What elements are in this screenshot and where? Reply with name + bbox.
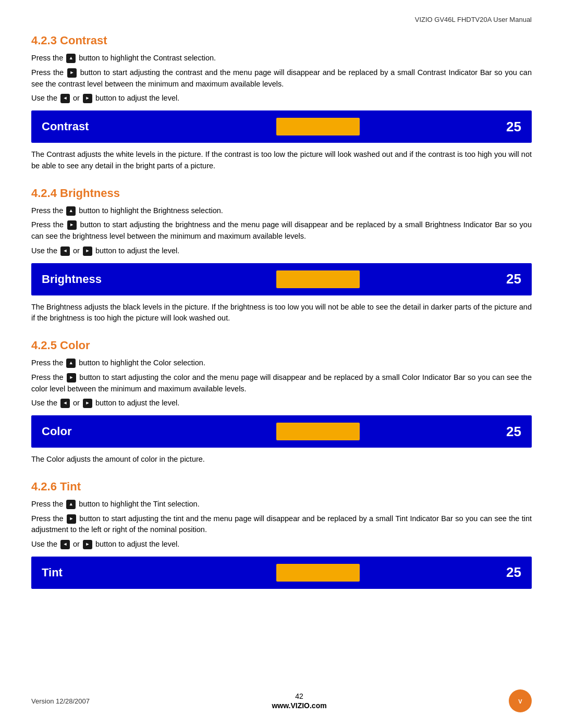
up-arrow-icon-b: [66, 206, 76, 216]
section-contrast: 4.2.3 Contrast Press the button to highl…: [31, 34, 532, 172]
section-color: 4.2.5 Color Press the button to highligh…: [31, 339, 532, 465]
color-description: The Color adjusts the amount of color in…: [31, 454, 532, 465]
section-contrast-title: 4.2.3 Contrast: [31, 34, 532, 47]
page-header: VIZIO GV46L FHDTV20A User Manual: [31, 16, 532, 23]
tint-para3: Use the or button to adjust the level.: [31, 539, 532, 550]
section-brightness: 4.2.4 Brightness Press the button to hig…: [31, 187, 532, 325]
brightness-bar-track: [146, 270, 490, 288]
page-footer: Version 12/28/2007 42 www.VIZIO.com V: [0, 689, 563, 712]
color-bar-value: 25: [490, 424, 521, 440]
contrast-bar-fill: [276, 118, 360, 135]
up-arrow-icon-t: [66, 500, 76, 509]
up-arrow-icon-c: [66, 359, 76, 368]
contrast-bar-track: [146, 118, 490, 135]
tint-indicator-bar: Tint 25: [31, 557, 532, 589]
right-arrow-icon-c: [67, 373, 76, 382]
brightness-para2: Press the button to start adjusting the …: [31, 219, 532, 242]
section-tint-title: 4.2.6 Tint: [31, 480, 532, 493]
vizio-logo: V: [509, 689, 532, 712]
footer-page-number: 42: [272, 692, 326, 700]
contrast-bar-label: Contrast: [42, 120, 146, 133]
color-para1: Press the button to highlight the Color …: [31, 357, 532, 369]
color-indicator-bar: Color 25: [31, 415, 532, 448]
tint-bar-track: [146, 564, 490, 582]
brightness-para1: Press the button to highlight the Bright…: [31, 205, 532, 217]
brightness-bar-fill: [276, 270, 360, 288]
brightness-bar-label: Brightness: [42, 273, 146, 286]
section-color-title: 4.2.5 Color: [31, 339, 532, 352]
right-arrow-icon-c2: [83, 399, 92, 408]
section-brightness-title: 4.2.4 Brightness: [31, 187, 532, 200]
contrast-para1: Press the button to highlight the Contra…: [31, 53, 532, 64]
footer-website: www.VIZIO.com: [272, 701, 326, 710]
color-bar-label: Color: [42, 425, 146, 438]
contrast-para2: Press the button to start adjusting the …: [31, 67, 532, 90]
left-arrow-icon-t: [60, 540, 70, 549]
brightness-indicator-bar: Brightness 25: [31, 263, 532, 295]
contrast-indicator-bar: Contrast 25: [31, 110, 532, 143]
left-arrow-icon-c: [60, 399, 70, 408]
brightness-bar-value: 25: [490, 271, 521, 287]
contrast-para3: Use the or button to adjust the level.: [31, 93, 532, 104]
section-tint: 4.2.6 Tint Press the button to highlight…: [31, 480, 532, 589]
up-arrow-icon: [66, 54, 76, 63]
svg-text:V: V: [518, 698, 522, 705]
contrast-description: The Contrast adjusts the white levels in…: [31, 149, 532, 172]
brightness-description: The Brightness adjusts the black levels …: [31, 302, 532, 325]
right-arrow-icon-b2: [83, 246, 92, 256]
left-arrow-icon: [60, 94, 70, 103]
color-bar-fill: [276, 423, 360, 440]
tint-para2: Press the button to start adjusting the …: [31, 513, 532, 536]
footer-version: Version 12/28/2007: [31, 697, 90, 705]
tint-bar-label: Tint: [42, 566, 146, 579]
right-arrow-icon-2: [83, 94, 92, 103]
brightness-para3: Use the or button to adjust the level.: [31, 245, 532, 257]
right-arrow-icon-t2: [83, 540, 92, 549]
tint-para1: Press the button to highlight the Tint s…: [31, 499, 532, 510]
color-para3: Use the or button to adjust the level.: [31, 398, 532, 409]
tint-bar-fill: [276, 564, 360, 582]
color-bar-track: [146, 423, 490, 440]
right-arrow-icon: [67, 68, 77, 78]
color-para2: Press the button to start adjusting the …: [31, 372, 532, 395]
left-arrow-icon-b: [60, 246, 70, 256]
right-arrow-icon-b: [67, 220, 77, 230]
manual-title: VIZIO GV46L FHDTV20A User Manual: [415, 16, 532, 23]
contrast-bar-value: 25: [490, 119, 521, 135]
tint-bar-value: 25: [490, 564, 521, 581]
footer-center: 42 www.VIZIO.com: [272, 692, 326, 710]
right-arrow-icon-t: [67, 514, 76, 524]
